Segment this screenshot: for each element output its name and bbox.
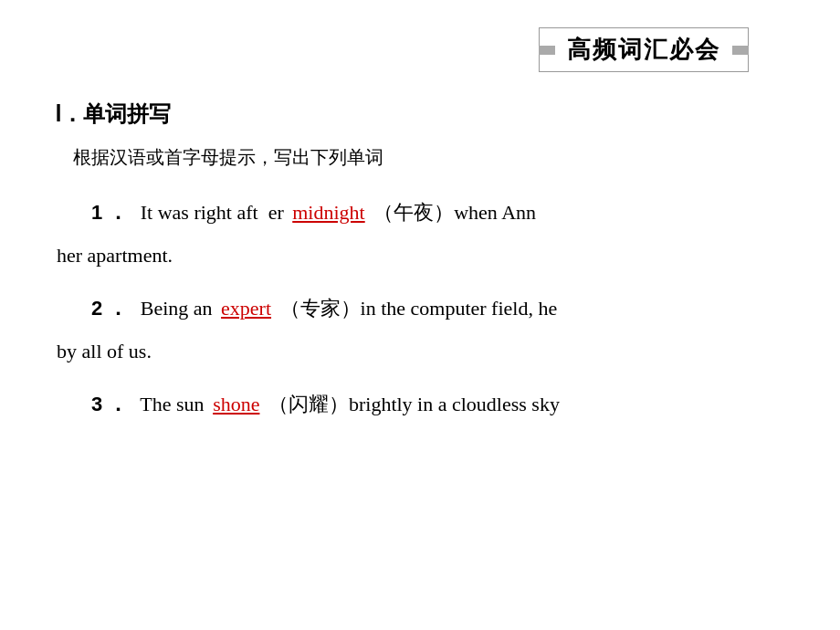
item-dot-2: ．: [108, 297, 128, 320]
title-box: 高频词汇必会: [539, 27, 749, 72]
item2-text-before: Being an: [141, 297, 213, 320]
item-dot-1: ．: [108, 201, 128, 224]
page: 高频词汇必会 Ⅰ．单词拼写 根据汉语或首字母提示，写出下列单词 1． It wa…: [0, 0, 840, 630]
item1-text-before: It was right aft: [141, 201, 258, 224]
section-heading: Ⅰ．单词拼写: [37, 100, 803, 129]
item3-hint: （闪耀）brightly in a cloudless sky: [268, 393, 560, 415]
item1-text-split: er: [268, 201, 284, 224]
exercise-item-3: 3． The sun shone （闪耀）brightly in a cloud…: [37, 387, 803, 421]
item-number-2: 2: [91, 297, 102, 320]
exercise-item-1: 1． It was right aft er midnight （午夜）when…: [37, 195, 803, 229]
item2-hint: （专家）in the computer field, he: [280, 297, 558, 320]
exercise-item-2: 2． Being an expert （专家）in the computer f…: [37, 291, 803, 325]
item1-answer: midnight: [289, 201, 368, 224]
title-container: 高频词汇必会: [37, 27, 803, 72]
item2-answer: expert: [217, 297, 275, 320]
item-number-1: 1: [91, 201, 102, 224]
item-number-3: 3: [91, 393, 102, 415]
item-dot-3: ．: [108, 393, 128, 415]
item3-answer: shone: [209, 393, 263, 415]
item1-hint: （午夜）when Ann: [373, 201, 536, 224]
item3-text-before: The sun: [140, 393, 204, 415]
item1-continuation: her apartment.: [37, 238, 803, 272]
item2-continuation: by all of us.: [37, 334, 803, 368]
page-title: 高频词汇必会: [567, 34, 720, 66]
instruction-text: 根据汉语或首字母提示，写出下列单词: [37, 145, 803, 170]
